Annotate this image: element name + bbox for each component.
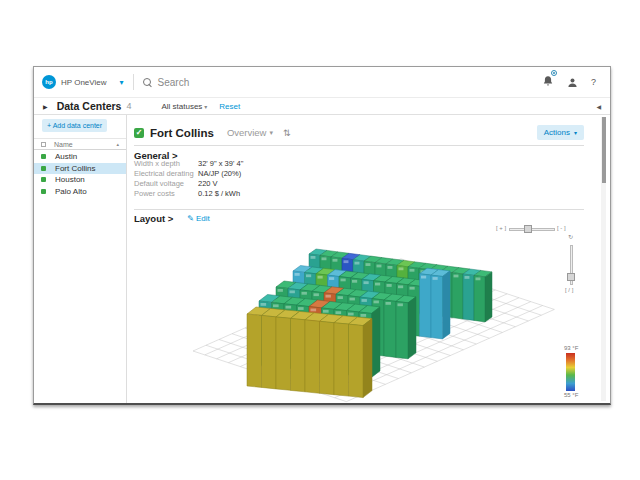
chevron-down-icon[interactable]: ▾ — [120, 78, 124, 87]
tilt-label[interactable]: [ / ] — [565, 287, 573, 293]
expand-collapse-panels-icon[interactable]: ⇅ — [283, 128, 291, 138]
hp-logo: hp — [42, 75, 56, 89]
status-ok-check-icon: ✓ — [134, 128, 144, 138]
list-header[interactable]: Name ▴ — [34, 138, 126, 150]
pencil-edit-icon: ✎ — [187, 214, 194, 223]
list-item-label: Fort Collins — [55, 164, 95, 173]
reset-filter-link[interactable]: Reset — [219, 102, 240, 111]
page-title: Data Centers — [57, 100, 122, 112]
layout-3d-scene[interactable] — [128, 223, 604, 406]
actions-button[interactable]: Actions▾ — [537, 125, 584, 140]
section-divider — [134, 209, 584, 210]
status-ok-icon — [41, 166, 46, 171]
status-filter-dropdown[interactable]: All statuses — [161, 102, 202, 111]
property-row: Power costs 0.12 $ / kWh — [134, 189, 243, 199]
list-item-label: Houston — [55, 175, 85, 184]
chevron-down-icon: ▾ — [574, 130, 577, 136]
context-bar: ▶ Data Centers 4 All statuses ▾ Reset ◀ — [34, 98, 610, 115]
chevron-down-icon: ▾ — [269, 129, 273, 137]
scrollbar-track[interactable] — [601, 117, 606, 401]
legend-min-temp: 55 °F — [564, 392, 578, 398]
list-item-label: Palo Alto — [55, 187, 87, 196]
zoom-out-label[interactable]: [ - ] — [557, 225, 566, 231]
property-row: Electrical derating NA/JP (20%) — [134, 169, 243, 179]
datacenter-list-panel: + Add data center Name ▴ Austin Fort Col… — [34, 115, 127, 403]
detail-title-row: ✓ Fort Collins Overview ▾ ⇅ Actions▾ — [134, 120, 584, 146]
name-column-header[interactable]: Name — [54, 141, 73, 148]
status-column-icon — [41, 142, 46, 147]
legend-max-temp: 93 °F — [564, 345, 578, 351]
status-ok-icon — [41, 154, 46, 159]
app-window: hp HP OneView ▾ Search ? ▶ Data Cen — [33, 66, 611, 405]
status-ok-icon — [41, 177, 46, 182]
detail-title: Fort Collins — [150, 127, 214, 139]
help-button[interactable]: ? — [591, 77, 596, 87]
temperature-gradient-legend — [566, 353, 575, 391]
add-data-center-button[interactable]: + Add data center — [42, 119, 107, 132]
edit-layout-link[interactable]: ✎ Edit — [187, 214, 210, 223]
alerts-bell-icon[interactable] — [542, 73, 554, 91]
rotate-view-icon[interactable]: ↻ — [568, 233, 573, 240]
status-ok-icon — [41, 189, 46, 194]
search-input[interactable]: Search — [143, 77, 190, 88]
zoom-slider-thumb[interactable] — [524, 225, 532, 233]
top-bar: hp HP OneView ▾ Search ? — [34, 67, 610, 98]
list-item-fort-collins[interactable]: Fort Collins — [34, 163, 126, 175]
bell-icon — [542, 75, 554, 87]
zoom-in-label[interactable]: [ + ] — [496, 225, 506, 231]
detail-panel: ✓ Fort Collins Overview ▾ ⇅ Actions▾ Gen… — [128, 115, 610, 403]
list-item-houston[interactable]: Houston — [34, 174, 126, 186]
list-item-austin[interactable]: Austin — [34, 151, 126, 163]
collapse-panel-icon[interactable]: ◀ — [596, 103, 601, 110]
chevron-down-icon: ▾ — [204, 103, 207, 110]
tilt-slider-thumb[interactable] — [567, 273, 575, 281]
view-selector[interactable]: Overview — [227, 127, 267, 138]
body-area: + Add data center Name ▴ Austin Fort Col… — [34, 115, 610, 403]
scrollbar-thumb[interactable] — [602, 117, 606, 183]
search-placeholder: Search — [158, 77, 190, 88]
property-row: Default voltage 220 V — [134, 179, 243, 189]
alert-badge — [551, 70, 557, 76]
search-icon — [143, 78, 152, 87]
user-icon[interactable] — [567, 77, 578, 88]
brand-label: HP OneView — [61, 78, 107, 87]
plus-icon: + — [47, 122, 51, 129]
menu-expander-icon[interactable]: ▶ — [43, 103, 48, 110]
list-item-palo-alto[interactable]: Palo Alto — [34, 186, 126, 198]
property-row: Width x depth 32' 9" x 39' 4" — [134, 159, 243, 169]
general-properties: Width x depth 32' 9" x 39' 4" Electrical… — [134, 159, 243, 199]
divider — [133, 74, 134, 90]
list-item-label: Austin — [55, 152, 77, 161]
zoom-slider-rail[interactable] — [509, 228, 555, 231]
sort-asc-icon: ▴ — [116, 141, 119, 147]
resource-count: 4 — [126, 101, 131, 111]
